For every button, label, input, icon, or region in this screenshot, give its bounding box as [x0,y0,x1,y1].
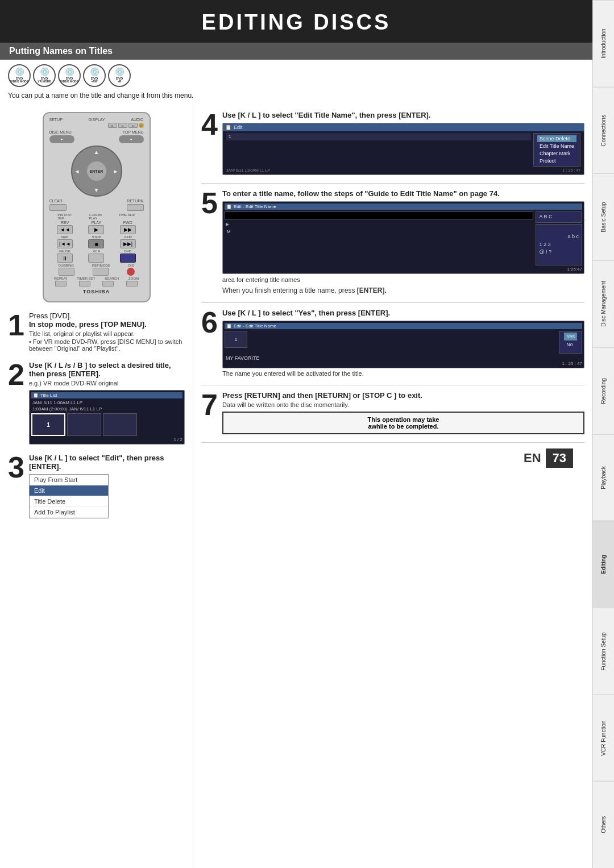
skip-left-label: SKIP [61,235,69,239]
repeat-label: REPEAT [54,277,68,280]
time-slip-label: TIME SLIP [119,213,135,220]
step-7-block: 7 Press [RETURN] and then [RETURN] or [S… [201,390,584,434]
step-4-bold: Use [K / L ] to select "Edit Title Name"… [222,110,584,119]
dpad-right-arrow[interactable]: ► [113,168,119,175]
dpad[interactable]: ▲ ▼ ◄ ► ENTER [71,146,122,197]
display-btn[interactable]: □ [118,123,127,128]
display-label: DISPLAY [89,118,105,122]
vcr-btn[interactable] [88,254,104,263]
skip-right-btn[interactable]: ▶▶| [120,239,136,248]
tl-header: 📋 Title List [31,392,182,398]
yn-options: Yes No [559,331,582,354]
rev-btn[interactable]: ◄◄ [57,225,73,234]
edit-screen-4: 📋 Edit 1 Scene Delete [222,123,584,175]
tab-vcr-function[interactable]: VCR Function [593,695,614,782]
dpad-left-arrow[interactable]: ◄ [74,168,80,175]
step-7-number: 7 [201,390,218,420]
char-input-display [225,211,534,219]
tab-recording[interactable]: Recording [593,347,614,434]
yn-left-area: 1 [225,331,555,354]
tab-playback[interactable]: Playback [593,434,614,521]
timer-set-btn[interactable] [79,281,90,286]
edit-item-protect: Protect [537,157,576,164]
disc-menu-btn[interactable]: ● [49,135,74,143]
yn-title-name: MY FAVORITE [225,355,582,361]
page-wrapper: EDITING DISCS Putting Names on Titles 💿 … [0,0,614,868]
audio-btn[interactable]: □ [128,123,138,128]
yn-no[interactable]: No [564,340,577,348]
yn-screen-6: 📋 Edit - Edit Title Name 1 Yes [222,321,584,368]
tab-disc-management[interactable]: Disc Management [593,260,614,347]
step-1-block: 1 Press [DVD]. In stop mode, press [TOP … [8,310,185,352]
fwd-btn[interactable]: ▶▶ [120,225,136,234]
step-2-block: 2 Use [K / L /s / B ] to select a desire… [8,360,185,445]
step-2-number: 2 [8,360,24,389]
intro-text: You can put a name on the title and chan… [0,89,592,104]
step-1-number: 1 [8,310,24,340]
stop-btn[interactable]: ■ [88,239,104,248]
yn-content: 1 Yes No [225,331,582,354]
dpad-down-arrow[interactable]: ▼ [94,187,99,193]
fwd-label: FWD [123,221,132,225]
yn-timestamp: 1 : 25 : 47 [225,361,582,366]
skip-right-label: SKIP [124,235,132,239]
dvd-badge-3: 💿 DVD VIDEO MODE [58,64,81,87]
enter-btn[interactable]: ENTER [86,161,107,181]
tab-function-setup[interactable]: Function Setup [593,608,614,695]
step-6-bold: Use [K / L ] to select "Yes", then press… [222,308,584,317]
dpad-up-arrow[interactable]: ▲ [94,149,99,155]
step-3-bold: Use [K / L ] to select "Edit", then pres… [29,452,185,471]
tab-others[interactable]: Others [593,781,614,868]
char-arrow: ▶ [225,221,534,227]
tl-info-row-1: JAN/ 6/11 1:00AM L1 LP [31,400,182,406]
disc-menu-label: DISC MENU [49,130,72,134]
tab-basic-setup[interactable]: Basic Setup [593,173,614,260]
search-label: SEARCH [105,277,119,280]
char-set-abc-lower: a b c 1 2 3 @ ! ? [536,224,582,266]
tab-editing[interactable]: Editing [593,521,614,608]
setup-btn[interactable]: □ [108,123,117,128]
title-list-screen: 📋 Title List JAN/ 6/11 1:00AM L1 LP 1:00… [29,390,185,445]
step-2-note: e.g.) VR mode DVD-RW original [29,380,185,387]
timer-set-label: TIMER SET [77,277,95,280]
tab-introduction[interactable]: Introduction [593,0,614,87]
side-tabs: Introduction Connections Basic Setup Dis… [592,0,614,868]
tl-icon: 📋 [33,393,39,398]
right-column: 4 Use [K / L ] to select "Edit Title Nam… [193,104,592,868]
edit-screen-4-body: 1 Scene Delete Edit Title Name [226,133,580,167]
top-menu-btn[interactable]: ● [119,135,144,143]
refmode-btn[interactable] [93,268,109,276]
page-number: 73 [546,448,573,468]
dvd-badge-4: 💿 DVD +RW [83,64,106,87]
edit-item-chapter-mark: Chapter Mark [537,150,576,157]
dubbing-btn[interactable] [59,268,74,276]
repeat-btn[interactable] [55,281,67,286]
menu-play-from-start[interactable]: Play From Start [30,475,108,485]
audio-label: AUDIO [131,118,143,122]
vcr-label: VCR [93,250,100,253]
char-input-section: ▶ M [225,211,534,235]
step-4-number: 4 [201,110,218,139]
menu-add-to-playlist[interactable]: Add To Playlist [30,507,108,518]
tl-thumb-1: 1 [31,413,65,436]
pause-btn[interactable]: ⏸ [57,254,73,263]
refmode-label: REF/MODE [92,264,110,267]
skip-left-btn[interactable]: |◄◄ [57,239,73,248]
tab-connections[interactable]: Connections [593,87,614,174]
search-btn[interactable] [102,281,114,286]
zoom-btn[interactable] [126,281,138,286]
play-btn[interactable]: ▶ [88,225,104,234]
play-label2: PLAY [92,221,101,225]
yn-yes[interactable]: Yes [564,333,577,340]
cd-btn[interactable]: ○ [139,123,144,128]
return-btn[interactable] [127,204,144,211]
edit-screen-4-header: 📋 Edit [223,123,584,131]
clear-btn[interactable] [49,204,67,211]
dig-btn[interactable] [127,268,135,276]
page-title: EDITING DISCS [0,0,592,43]
yn-thumb: 1 [225,331,247,348]
menu-edit[interactable]: Edit [30,485,108,496]
menu-title-delete[interactable]: Title Delete [30,496,108,507]
dvd-mode-btn[interactable] [120,254,136,263]
step-5-number: 5 [201,188,218,218]
